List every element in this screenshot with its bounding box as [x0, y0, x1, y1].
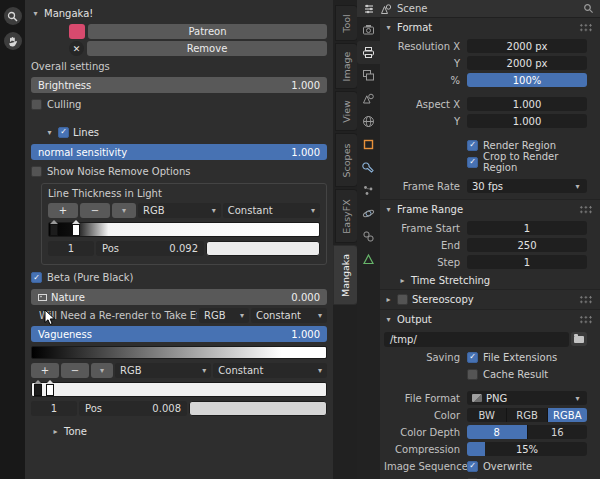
- aspect-x-field[interactable]: 1.000: [467, 97, 587, 111]
- output-path-field[interactable]: /tmp/: [384, 332, 569, 347]
- depth-16-option[interactable]: 16: [528, 425, 588, 439]
- nature-slider[interactable]: Nature 0.000: [31, 289, 327, 305]
- crop-to-render-region-checkbox[interactable]: ✓: [467, 157, 478, 168]
- tab-output-properties[interactable]: [357, 41, 380, 64]
- ramp-add-button[interactable]: +: [31, 363, 59, 378]
- resolution-percent-slider[interactable]: 100%: [467, 73, 587, 87]
- mangaka-panel-header[interactable]: ▾ Mangaka!: [31, 4, 327, 22]
- stereoscopy-checkbox[interactable]: [397, 294, 408, 305]
- tab-image[interactable]: Image: [335, 43, 358, 89]
- frame-end-field[interactable]: 250: [467, 238, 587, 252]
- stereoscopy-panel-header[interactable]: ▸ Stereoscopy: [380, 289, 600, 309]
- tab-render-properties[interactable]: [357, 18, 380, 41]
- tab-tool[interactable]: Tool: [335, 5, 358, 41]
- frame-range-panel-header[interactable]: ▾ Frame Range: [380, 199, 600, 219]
- lines-panel-header[interactable]: ▾ ✓ Lines: [45, 123, 327, 141]
- culling-checkbox[interactable]: [31, 99, 42, 110]
- format-panel-header[interactable]: ▾ Format: [380, 18, 600, 37]
- color-rgba-option[interactable]: RGBA: [548, 408, 587, 422]
- color-depth-label: Color Depth: [384, 427, 467, 438]
- ramp-interpolation-dropdown[interactable]: Constant ▾: [223, 203, 320, 218]
- file-format-dropdown[interactable]: PNG ▾: [467, 391, 587, 405]
- tab-view[interactable]: View: [335, 91, 358, 131]
- tab-modifier-properties[interactable]: [357, 156, 380, 179]
- color-rgb-option[interactable]: RGB: [507, 408, 547, 422]
- ramp-stop-color-field[interactable]: [189, 401, 327, 416]
- ramp-stop-position-field[interactable]: Pos 0.008: [79, 401, 187, 416]
- ramp-color-mode-dropdown[interactable]: RGB ▾: [115, 363, 211, 378]
- pan-tool-button[interactable]: [4, 32, 22, 50]
- tab-scene-properties[interactable]: [357, 87, 380, 110]
- overwrite-checkbox[interactable]: ✓: [467, 461, 478, 472]
- frame-step-field[interactable]: 1: [467, 255, 587, 269]
- tab-constraint-properties[interactable]: [357, 225, 380, 248]
- normal-sensitivity-slider[interactable]: normal sensitivity 1.000: [31, 144, 327, 160]
- ramp-stop-color-field[interactable]: [206, 241, 320, 256]
- lines-enable-checkbox[interactable]: ✓: [58, 127, 69, 138]
- resolution-y-field[interactable]: 2000 px: [467, 56, 587, 70]
- search-icon[interactable]: [583, 3, 594, 14]
- drag-handle-icon[interactable]: [579, 205, 593, 214]
- tab-easyfx[interactable]: EasyFX: [335, 189, 358, 243]
- ramp-stop-index-field[interactable]: 1: [48, 241, 94, 256]
- chevron-down-icon: ▾: [573, 182, 582, 191]
- cache-result-checkbox[interactable]: [467, 369, 478, 380]
- properties-panels: ▾ Format Resolution X 2000 px Y 2000 px …: [380, 18, 600, 479]
- tab-particle-properties[interactable]: [357, 179, 380, 202]
- tab-world-properties[interactable]: [357, 110, 380, 133]
- vagueness-slider[interactable]: Vagueness 1.000: [31, 326, 327, 342]
- output-panel-header[interactable]: ▾ Output: [380, 309, 600, 329]
- ramp-add-button[interactable]: +: [48, 203, 78, 218]
- compression-slider[interactable]: 15%: [467, 442, 587, 456]
- color-ramp-gradient[interactable]: [31, 346, 327, 359]
- time-stretching-panel-header[interactable]: ▸ Time Stretching: [394, 271, 600, 289]
- tab-scopes[interactable]: Scopes: [335, 133, 358, 187]
- ramp-stop-handle[interactable]: [46, 380, 54, 396]
- color-ramp-gradient[interactable]: [31, 382, 327, 397]
- ramp-stop-position-field[interactable]: Pos 0.092: [96, 241, 204, 256]
- aspect-y-label: Y: [384, 116, 467, 127]
- ramp-stop-handle[interactable]: [50, 220, 58, 236]
- file-extensions-checkbox[interactable]: ✓: [467, 352, 478, 363]
- drag-handle-icon[interactable]: [579, 23, 593, 32]
- patreon-button[interactable]: Patreon: [88, 24, 327, 39]
- ramp-delete-button[interactable]: −: [61, 363, 89, 378]
- render-region-checkbox[interactable]: ✓: [467, 140, 478, 151]
- ramp-stop-handle[interactable]: [72, 220, 80, 236]
- image-file-icon: [472, 394, 482, 402]
- tab-physics-properties[interactable]: [357, 202, 380, 225]
- brightness-slider[interactable]: Brightness 1.000: [31, 77, 327, 93]
- zoom-tool-button[interactable]: [4, 7, 22, 25]
- ramp-color-mode-dropdown[interactable]: RGB ▾: [138, 203, 221, 218]
- resolution-x-field[interactable]: 2000 px: [467, 39, 587, 53]
- show-noise-remove-checkbox[interactable]: [31, 166, 42, 177]
- aspect-y-field[interactable]: 1.000: [467, 114, 587, 128]
- tab-object-data-properties[interactable]: [357, 248, 380, 271]
- tab-view-layer-properties[interactable]: [357, 64, 380, 87]
- beta-pure-black-checkbox[interactable]: ✓: [31, 272, 42, 283]
- properties-editor-icon[interactable]: [363, 3, 375, 15]
- note-color-mode-dropdown[interactable]: RGB ▾: [199, 308, 249, 323]
- tab-mangaka[interactable]: Mangaka: [333, 245, 358, 305]
- ramp-options-dropdown[interactable]: ▾: [112, 203, 136, 218]
- color-ramp-gradient[interactable]: [48, 222, 320, 237]
- note-interpolation-dropdown[interactable]: Constant ▾: [251, 308, 327, 323]
- ramp-interpolation-dropdown[interactable]: Constant ▾: [213, 363, 327, 378]
- ramp-options-dropdown[interactable]: ▾: [91, 363, 113, 378]
- tone-panel-header[interactable]: ▸ Tone: [51, 422, 327, 440]
- patreon-color-swatch[interactable]: [69, 24, 85, 39]
- frame-start-field[interactable]: 1: [467, 221, 587, 235]
- scene-icon: [362, 92, 375, 105]
- drag-handle-icon[interactable]: [579, 315, 593, 324]
- browse-folder-button[interactable]: [571, 332, 587, 346]
- tab-object-properties[interactable]: [357, 133, 380, 156]
- ramp-stop-handle[interactable]: [34, 380, 42, 396]
- breadcrumb[interactable]: Scene: [397, 3, 428, 14]
- remove-button[interactable]: Remove: [87, 41, 327, 56]
- ramp-delete-button[interactable]: −: [80, 203, 110, 218]
- drag-handle-icon[interactable]: [579, 295, 593, 304]
- color-bw-option[interactable]: BW: [467, 408, 507, 422]
- ramp-stop-index-field[interactable]: 1: [31, 401, 77, 416]
- frame-rate-dropdown[interactable]: 30 fps ▾: [467, 179, 587, 193]
- depth-8-option[interactable]: 8: [467, 425, 528, 439]
